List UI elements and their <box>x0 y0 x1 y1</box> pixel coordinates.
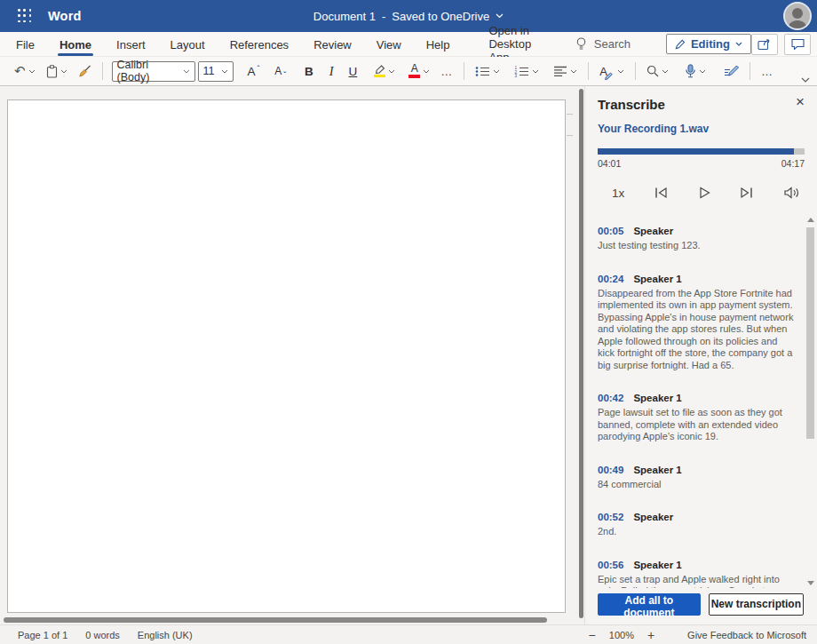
bold-button[interactable]: B <box>301 62 317 81</box>
app-launcher-waffle-icon[interactable] <box>18 9 32 23</box>
document-page[interactable] <box>7 99 566 613</box>
shrink-font-icon: A <box>274 65 282 77</box>
menu-tab-home[interactable]: Home <box>47 32 104 57</box>
playback-speed-button[interactable]: 1x <box>612 187 624 200</box>
document-title[interactable]: Document 1 <box>313 10 376 23</box>
collapse-ribbon-button[interactable] <box>801 77 810 83</box>
bullet-list-icon <box>475 66 490 77</box>
menu-tab-references[interactable]: References <box>218 32 301 57</box>
font-color-button[interactable]: A <box>405 61 433 81</box>
italic-button[interactable]: I <box>326 61 337 82</box>
play-icon <box>698 187 710 199</box>
save-status[interactable]: Saved to OneDrive <box>392 10 489 23</box>
font-color-icon: A <box>408 64 420 78</box>
document-vertical-scrollbar[interactable] <box>579 89 583 618</box>
entry-timestamp[interactable]: 00:56 <box>598 560 623 570</box>
entry-header: 00:42 Speaker 1 <box>598 393 797 403</box>
entry-timestamp[interactable]: 00:52 <box>598 512 623 522</box>
play-button[interactable] <box>698 187 710 199</box>
skip-back-button[interactable] <box>654 187 669 199</box>
shrink-font-button[interactable]: Aˇ <box>271 62 290 80</box>
bullet-list-button[interactable] <box>472 63 504 80</box>
menu-tab-layout[interactable]: Layout <box>158 32 218 57</box>
elapsed-time: 04:01 <box>598 158 621 169</box>
entry-header: 00:52 Speaker <box>598 512 797 522</box>
comments-button[interactable] <box>784 34 811 55</box>
zoom-level[interactable]: 100% <box>609 630 634 640</box>
transcript-entry[interactable]: 00:05 Speaker Just testing testing 123. <box>598 226 797 252</box>
menu-tab-insert[interactable]: Insert <box>104 32 158 57</box>
entry-timestamp[interactable]: 00:05 <box>598 226 623 236</box>
transcript-entry[interactable]: 00:49 Speaker 1 84 commercial <box>598 465 797 491</box>
numbered-list-button[interactable]: 1 2 3 <box>511 63 543 80</box>
font-name-select[interactable]: Calibri (Body) <box>112 61 195 82</box>
feedback-link[interactable]: Give Feedback to Microsoft <box>687 630 806 640</box>
transcript-entry[interactable]: 00:52 Speaker 2nd. <box>598 512 797 538</box>
scroll-down-arrow[interactable] <box>807 581 814 585</box>
close-panel-button[interactable]: × <box>796 94 805 109</box>
styles-icon: A <box>599 63 607 79</box>
chevron-down-icon <box>617 69 624 74</box>
account-avatar[interactable] <box>785 4 810 28</box>
menu-tab-help[interactable]: Help <box>414 32 463 57</box>
skip-forward-button[interactable] <box>739 187 754 199</box>
undo-button[interactable]: ↶ <box>11 62 39 80</box>
new-transcription-button[interactable]: New transcription <box>709 593 804 616</box>
scrollbar-thumb[interactable] <box>806 227 814 439</box>
grow-font-button[interactable]: Aˆ <box>244 62 265 81</box>
entry-speaker: Speaker 1 <box>633 274 681 284</box>
language-selector[interactable]: English (UK) <box>138 630 193 640</box>
transcribe-panel: Transcribe × Your Recording 1.wav 04:01 … <box>584 86 817 624</box>
zoom-out-button[interactable]: − <box>589 628 596 642</box>
scroll-up-arrow[interactable] <box>807 218 814 222</box>
menu-tab-view[interactable]: View <box>364 32 414 57</box>
font-size-select[interactable]: 11 <box>198 61 234 82</box>
styles-button[interactable]: A <box>596 60 628 82</box>
font-name-value: Calibri (Body) <box>117 59 183 83</box>
margin-tick <box>567 114 573 115</box>
find-button[interactable] <box>643 62 672 80</box>
menu-tabs: FileHomeInsertLayoutReferencesReviewView… <box>4 32 462 57</box>
add-all-to-document-button[interactable]: Add all to document <box>598 593 701 616</box>
menu-bar: FileHomeInsertLayoutReferencesReviewView… <box>0 32 817 57</box>
search-placeholder: Search <box>594 37 631 51</box>
document-title-area[interactable]: Document 1 - Saved to OneDrive <box>0 0 817 32</box>
search-box[interactable]: Search <box>576 37 631 51</box>
menu-tab-review[interactable]: Review <box>301 32 364 57</box>
chevron-down-icon <box>28 69 36 74</box>
audio-progress-bar[interactable] <box>598 148 805 155</box>
word-count[interactable]: 0 words <box>85 630 120 640</box>
entry-timestamp[interactable]: 00:42 <box>598 393 623 403</box>
transcript-list: 00:05 Speaker Just testing testing 123. … <box>585 213 805 588</box>
dictate-button[interactable] <box>681 61 710 81</box>
page-count[interactable]: Page 1 of 1 <box>18 630 67 640</box>
alignment-button[interactable] <box>550 63 581 80</box>
chevron-down-icon <box>388 69 395 74</box>
paste-button[interactable] <box>43 62 71 81</box>
titlebar: Word Document 1 - Saved to OneDrive <box>0 0 817 32</box>
format-painter-icon <box>78 65 91 77</box>
entry-text: Page lawsuit set to file as soon as they… <box>598 407 797 443</box>
more-font-options-button[interactable]: … <box>437 62 456 81</box>
underline-button[interactable]: U <box>345 62 361 81</box>
editor-button[interactable] <box>720 62 742 80</box>
zoom-in-button[interactable]: + <box>647 628 654 642</box>
volume-button[interactable] <box>783 187 800 199</box>
document-horizontal-scrollbar[interactable] <box>4 617 547 623</box>
chevron-down-icon[interactable] <box>496 13 504 19</box>
transcript-entry[interactable]: 00:24 Speaker 1 Disappeared from the App… <box>598 274 797 372</box>
entry-timestamp[interactable]: 00:24 <box>598 274 623 284</box>
transcript-entry[interactable]: 00:42 Speaker 1 Page lawsuit set to file… <box>598 393 797 443</box>
entry-timestamp[interactable]: 00:49 <box>598 465 623 475</box>
more-ribbon-commands-button[interactable]: … <box>758 62 777 81</box>
underline-icon: U <box>349 65 358 78</box>
highlight-color-button[interactable] <box>369 62 399 81</box>
menu-tab-file[interactable]: File <box>4 32 47 57</box>
recording-file-link[interactable]: Your Recording 1.wav <box>598 123 709 135</box>
transcript-entry[interactable]: 00:56 Speaker 1 Epic set a trap and Appl… <box>598 560 797 589</box>
playback-controls: 1x <box>612 180 800 205</box>
format-painter-button[interactable] <box>75 62 95 80</box>
editing-mode-dropdown[interactable]: Editing <box>666 34 751 54</box>
share-button[interactable] <box>751 34 778 55</box>
entry-text: 84 commercial <box>598 479 797 491</box>
